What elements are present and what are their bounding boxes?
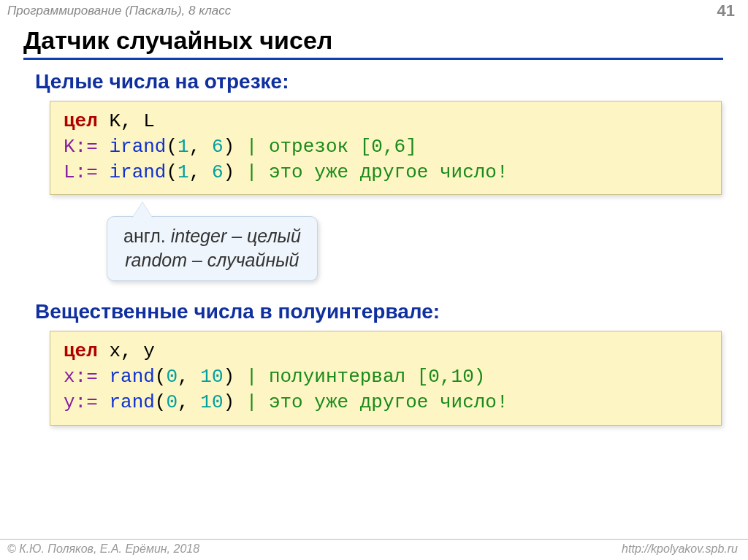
fn-name: rand — [109, 366, 154, 388]
note-term: random — [125, 250, 187, 270]
keyword: цел — [64, 110, 98, 132]
sep: , — [178, 366, 189, 388]
note-text: англ. — [123, 226, 171, 246]
assign: x:= — [64, 366, 98, 388]
num: 6 — [212, 161, 224, 183]
note-text: – случайный — [187, 250, 299, 270]
num: 0 — [166, 391, 178, 413]
page-title: Датчик случайных чисел — [23, 26, 723, 60]
code-text: K, L — [98, 110, 155, 132]
comment: | это уже другое число! — [234, 391, 508, 413]
note-text: – целый — [226, 226, 301, 246]
num: 1 — [178, 161, 189, 183]
note-term: integer — [171, 226, 226, 246]
assign: y:= — [64, 391, 98, 413]
code-line: L:= irand(1, 6) | это уже другое число! — [64, 160, 708, 185]
callout-tail-icon — [132, 202, 153, 218]
section-header-int: Целые числа на отрезке: — [35, 70, 748, 93]
num: 0 — [166, 366, 178, 388]
footer-bar: © К.Ю. Поляков, Е.А. Ерёмин, 2018 http:/… — [0, 539, 748, 556]
footer-url: http://kpolyakov.spb.ru — [622, 542, 738, 556]
paren: ) — [223, 161, 234, 183]
fn-name: irand — [109, 136, 166, 158]
comment: | отрезок [0,6] — [234, 136, 417, 158]
sep: , — [189, 161, 201, 183]
section-header-real: Вещественные числа в полуинтервале: — [35, 300, 748, 323]
paren: ) — [224, 366, 235, 388]
page-number: 41 — [717, 1, 735, 20]
assign: L:= — [64, 161, 98, 183]
code-line: y:= rand(0, 10) | это уже другое число! — [64, 390, 708, 415]
code-block-real: цел x, y x:= rand(0, 10) | полуинтервал … — [50, 331, 722, 425]
paren: ( — [166, 136, 178, 158]
code-line: x:= rand(0, 10) | полуинтервал [0,10) — [64, 364, 708, 390]
code-block-int: цел K, L K:= irand(1, 6) | отрезок [0,6]… — [50, 101, 722, 195]
comment: | это уже другое число! — [234, 161, 508, 183]
paren: ( — [155, 391, 167, 413]
breadcrumb: Программирование (Паскаль), 8 класс — [7, 4, 231, 18]
note-line: англ. integer – целый — [123, 224, 301, 248]
code-line: K:= irand(1, 6) | отрезок [0,6] — [64, 134, 708, 160]
paren: ) — [224, 391, 235, 413]
num: 10 — [200, 391, 223, 413]
paren: ( — [166, 161, 178, 183]
num: 6 — [212, 136, 224, 158]
header-bar: Программирование (Паскаль), 8 класс 41 — [0, 0, 748, 22]
num: 10 — [200, 366, 223, 388]
keyword: цел — [64, 340, 98, 362]
paren: ) — [223, 136, 234, 158]
fn-name: rand — [109, 391, 154, 413]
code-line: цел K, L — [64, 109, 708, 134]
assign: K:= — [64, 136, 98, 158]
num: 1 — [178, 136, 189, 158]
note-line: random – случайный — [123, 248, 301, 272]
code-text: x, y — [98, 340, 155, 362]
paren: ( — [155, 366, 167, 388]
sep: , — [189, 136, 201, 158]
callout-note: англ. integer – целый random – случайный — [107, 216, 318, 281]
sep: , — [178, 391, 189, 413]
fn-name: irand — [109, 161, 166, 183]
copyright: © К.Ю. Поляков, Е.А. Ерёмин, 2018 — [7, 542, 199, 556]
comment: | полуинтервал [0,10) — [234, 366, 485, 388]
code-line: цел x, y — [64, 339, 708, 364]
